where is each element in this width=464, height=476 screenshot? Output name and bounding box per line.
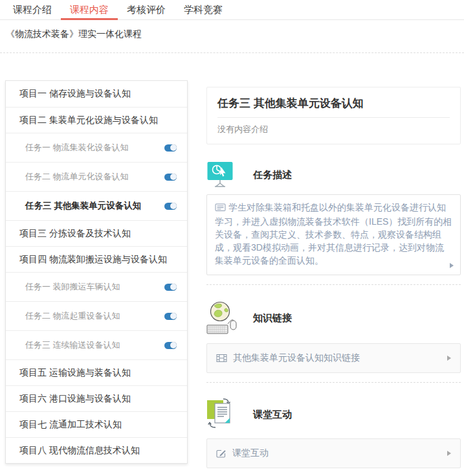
section-knowledge-links-header: 知识链接	[206, 300, 461, 335]
sidebar-item-project1[interactable]: 项目一 储存设施与设备认知	[6, 81, 187, 107]
task-detail-panel: 任务三 其他集装单元设备认知 没有内容介绍 任务描述	[206, 80, 461, 476]
toggle-knob	[170, 174, 177, 180]
chevron-right-icon	[447, 356, 451, 361]
section-class-interaction-header: 课堂互动	[206, 398, 461, 431]
toggle-knob	[170, 342, 177, 348]
task-label: 任务三 连续输送设备认知	[25, 339, 120, 351]
tab-course-content[interactable]: 课程内容	[61, 0, 118, 19]
top-dashed-divider	[0, 52, 464, 53]
toggle-knob	[170, 144, 177, 151]
toggle-switch-on[interactable]	[164, 203, 177, 210]
section-dashed-divider	[206, 284, 461, 285]
project-label: 项目七 流通加工技术认知	[19, 419, 122, 431]
task-label: 任务一 物流集装化设备认知	[25, 142, 129, 153]
toggle-knob	[170, 284, 177, 290]
sidebar-item-project8[interactable]: 项目八 现代物流信息技术认知	[6, 437, 187, 463]
news-icon	[215, 202, 226, 215]
course-breadcrumb: 《物流技术装备》理实一体化课程	[6, 28, 464, 40]
section-title-class-interaction: 课堂互动	[253, 409, 292, 421]
task-label: 任务二 物流单元化设备认知	[25, 171, 129, 183]
course-nav-sidebar: 项目一 储存设施与设备认知 项目二 集装单元化设施与设备认知 任务一 物流集装化…	[5, 80, 188, 464]
class-interaction-row[interactable]: 课堂互动	[206, 438, 461, 468]
project-label: 项目四 物流装卸搬运设施与设备认知	[19, 254, 167, 266]
project-label: 项目八 现代物流信息技术认知	[19, 445, 140, 457]
sidebar-item-task2-p4[interactable]: 任务二 物流起重设备认知	[6, 301, 187, 330]
task-header-card: 任务三 其他集装单元设备认知 没有内容介绍	[206, 87, 461, 144]
toggle-switch-on[interactable]	[164, 342, 177, 349]
sidebar-item-project4[interactable]: 项目四 物流装卸搬运设施与设备认知	[6, 246, 187, 272]
knowledge-link-label: 其他集装单元设备认知知识链接	[233, 352, 360, 364]
sidebar-item-task1[interactable]: 任务一 物流集装化设备认知	[6, 133, 187, 162]
tab-assessment[interactable]: 考核评价	[118, 0, 175, 19]
tab-course-intro[interactable]: 课程介绍	[4, 0, 61, 19]
toggle-switch-on[interactable]	[164, 313, 177, 320]
section-title-task-description: 任务描述	[253, 169, 292, 181]
globe-keyboard-icon	[206, 300, 238, 335]
section-title-knowledge-links: 知识链接	[253, 312, 292, 324]
task-label: 任务一 装卸搬运车辆认知	[25, 281, 120, 293]
knowledge-link-row[interactable]: 其他集装单元设备认知知识链接	[206, 343, 461, 373]
expand-arrow-icon[interactable]	[450, 263, 454, 268]
task-subtitle: 没有内容介绍	[217, 124, 450, 135]
sidebar-item-project3[interactable]: 项目三 分拣设备及技术认知	[6, 220, 187, 246]
task-label: 任务二 物流起重设备认知	[25, 310, 120, 322]
documents-icon	[206, 398, 238, 431]
chevron-right-icon	[447, 451, 451, 456]
sidebar-item-task3-p4[interactable]: 任务三 连续输送设备认知	[6, 330, 187, 359]
toggle-knob	[170, 313, 177, 319]
tab-competition[interactable]: 学科竞赛	[175, 0, 232, 19]
task-title: 任务三 其他集装单元设备认知	[217, 96, 450, 111]
class-interaction-label: 课堂互动	[232, 448, 269, 459]
sidebar-item-task1-p4[interactable]: 任务一 装卸搬运车辆认知	[6, 272, 187, 301]
toggle-knob	[170, 203, 177, 209]
toggle-switch-on[interactable]	[164, 144, 177, 152]
sidebar-item-project6[interactable]: 项目六 港口设施与设备认知	[6, 385, 187, 411]
task-label: 任务三 其他集装单元设备认知	[25, 200, 141, 212]
sidebar-item-task2[interactable]: 任务二 物流单元化设备认知	[6, 162, 187, 191]
sidebar-item-project2[interactable]: 项目二 集装单元化设施与设备认知	[6, 107, 187, 133]
project-label: 项目三 分拣设备及技术认知	[19, 228, 131, 240]
sidebar-item-project5[interactable]: 项目五 运输设施与装备认知	[6, 359, 187, 385]
toggle-switch-on[interactable]	[164, 174, 177, 181]
monitor-chart-icon	[206, 160, 238, 190]
project-label: 项目一 储存设施与设备认知	[19, 88, 131, 100]
film-icon	[216, 354, 227, 363]
project-label: 项目二 集装单元化设施与设备认知	[19, 115, 158, 126]
pencil-square-icon	[216, 449, 226, 458]
task-description-box[interactable]: 学生对除集装箱和托盘以外的集装单元化设备进行认知学习，并进入虚拟物流装备技术软件…	[206, 194, 461, 275]
task-description-text: 学生对除集装箱和托盘以外的集装单元化设备进行认知学习，并进入虚拟物流装备技术软件…	[215, 202, 452, 266]
sidebar-item-task3-active[interactable]: 任务三 其他集装单元设备认知	[6, 191, 187, 220]
course-tab-bar: 课程介绍 课程内容 考核评价 学科竞赛	[0, 0, 464, 20]
content-area: 项目一 储存设施与设备认知 项目二 集装单元化设施与设备认知 任务一 物流集装化…	[0, 80, 464, 476]
sidebar-item-project7[interactable]: 项目七 流通加工技术认知	[6, 411, 187, 437]
project-label: 项目六 港口设施与设备认知	[19, 393, 131, 405]
toggle-switch-on[interactable]	[164, 284, 177, 291]
section-dashed-divider	[206, 382, 461, 383]
project-label: 项目五 运输设施与装备认知	[19, 367, 131, 379]
section-task-description-header: 任务描述	[206, 160, 461, 190]
title-divider	[217, 117, 450, 118]
